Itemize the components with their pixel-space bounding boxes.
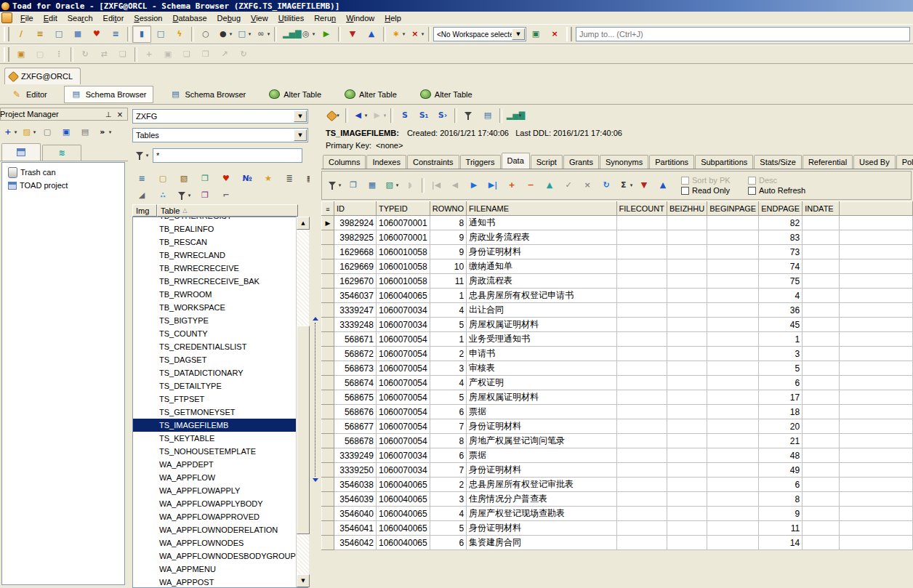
filter-funnel-button[interactable]: ▾	[132, 147, 151, 164]
window-tab-alter-table[interactable]: Alter Table	[262, 86, 328, 102]
export-jar-button[interactable]: ▲	[362, 25, 381, 43]
list-item[interactable]: WA_APPMENU	[133, 563, 307, 576]
table-row[interactable]: 354603810600400652忠县房屋所有权登记审批表6	[322, 478, 913, 492]
grid-cell[interactable]	[803, 289, 840, 303]
grid-cell[interactable]	[803, 259, 840, 274]
grid-cell[interactable]: 身份证明材料	[467, 419, 616, 434]
grid-cell[interactable]: 出让合同	[467, 303, 616, 318]
window-tab-schema-browser[interactable]: ▤Schema Browser	[64, 86, 153, 103]
execute-disabled-button[interactable]: ◗	[401, 177, 419, 194]
tree-item-trash-can[interactable]: Trash can	[2, 166, 124, 179]
list-item[interactable]: TS_DATADICTIONARY	[133, 366, 307, 379]
grid-cell[interactable]: 身份证明材料	[467, 521, 616, 536]
grid-cell[interactable]	[707, 361, 759, 376]
grid-cell[interactable]: 身份证明材料	[467, 245, 616, 259]
grid-cell[interactable]	[667, 318, 707, 332]
delete-workspace-button[interactable]: ×	[545, 25, 564, 43]
grid-cell[interactable]	[616, 507, 667, 521]
grid-cell[interactable]	[616, 259, 667, 274]
grid-cell[interactable]	[667, 405, 707, 419]
grid-cell[interactable]: 1	[759, 332, 803, 347]
list-item[interactable]: TS_BIGTYPE	[133, 314, 307, 327]
mini-scroll-up-icon[interactable]	[313, 317, 318, 321]
list-item[interactable]: TS_DETAILTYPE	[133, 379, 307, 392]
grid-cell[interactable]: 568677	[334, 419, 376, 434]
row-indicator-cell[interactable]	[322, 274, 334, 289]
grid-cell[interactable]	[803, 492, 840, 507]
drop-table-button[interactable]: ▧	[174, 170, 193, 188]
lightning-button[interactable]: ϟ	[170, 25, 189, 43]
grid-cell[interactable]: 2	[430, 478, 466, 492]
grid-cell[interactable]	[667, 434, 707, 448]
tab-referential[interactable]: Referential	[803, 155, 853, 169]
grid-cell[interactable]: 5	[430, 390, 466, 405]
grid-cell[interactable]: 568676	[334, 405, 376, 419]
grid-cell[interactable]: 房屋权属证明材料	[467, 390, 616, 405]
window-copy-button[interactable]: □▾	[234, 25, 253, 43]
table-row[interactable]: 56867810600700548房地产权属登记询问笔录21	[322, 434, 913, 448]
grid-cell[interactable]	[667, 361, 707, 376]
compare-project-button[interactable]: ⇄	[94, 46, 113, 63]
row-indicator-cell[interactable]	[322, 376, 334, 390]
row-indicator-cell[interactable]	[322, 318, 334, 332]
refresh-grid-button[interactable]: ↻	[597, 177, 616, 194]
grid-cell[interactable]: 9	[759, 507, 803, 521]
checkbox-sort-by-pk[interactable]: Sort by PK	[681, 176, 745, 185]
list-item[interactable]: TB_RWRECRECEIVE_BAK	[133, 275, 307, 288]
filter-funnel-button[interactable]: ▾	[325, 177, 344, 194]
window-list-button[interactable]: ≡	[106, 25, 125, 43]
row-indicator-cell[interactable]	[322, 521, 334, 536]
tab-script[interactable]: Script	[531, 155, 563, 169]
grid-cell[interactable]: 74	[759, 259, 803, 274]
grid-cell[interactable]: 3546042	[334, 536, 376, 550]
grid-cell[interactable]: 1060040065	[376, 507, 430, 521]
describe-button[interactable]: ■	[68, 25, 87, 43]
row-indicator-cell[interactable]	[322, 463, 334, 478]
grid-cell[interactable]	[803, 303, 840, 318]
row-indicator-cell[interactable]	[322, 507, 334, 521]
grid-cell[interactable]: 3339250	[334, 463, 376, 478]
plsql-debug-button[interactable]: ◎▾	[298, 25, 317, 43]
mini-scroll-down-icon[interactable]	[313, 478, 318, 482]
checkbox-icon[interactable]	[681, 177, 689, 185]
next-record-button[interactable]: ▶	[464, 177, 483, 194]
end-connection-button[interactable]: ×▾	[407, 25, 426, 43]
edit-row-button[interactable]: ▲	[540, 177, 559, 194]
grid-cell[interactable]: 1629669	[334, 259, 376, 274]
grid-cell[interactable]: 73	[759, 245, 803, 259]
scrollbar-thumb[interactable]	[297, 326, 310, 534]
grid-cell[interactable]: 1060010058	[376, 245, 430, 259]
grid-cell[interactable]	[616, 492, 667, 507]
grid-cell[interactable]: 3546038	[334, 478, 376, 492]
grid-cell[interactable]	[803, 405, 840, 419]
grid-cell[interactable]: 4	[430, 376, 466, 390]
grid-cell[interactable]: 3546039	[334, 492, 376, 507]
grid-cell[interactable]: 3	[430, 361, 466, 376]
scroll-down-icon[interactable]: ▼	[297, 574, 310, 587]
grid-cell[interactable]: 9	[430, 230, 466, 245]
list-item[interactable]: WA_APPFLOWNODESBODYGROUP	[133, 549, 307, 563]
tab-columns[interactable]: Columns	[323, 155, 366, 169]
new-window-button[interactable]: □	[49, 25, 68, 43]
privileges-button[interactable]: ❐	[196, 187, 214, 204]
grid-cell[interactable]	[616, 521, 667, 536]
list-item[interactable]: TS_KEYTABLE	[133, 432, 307, 445]
grid-cell[interactable]: 1629670	[334, 274, 376, 289]
grid-cell[interactable]: 3	[430, 492, 466, 507]
row-indicator-cell[interactable]	[322, 434, 334, 448]
refresh-single-button[interactable]: S₁	[414, 107, 433, 124]
grid-cell[interactable]	[616, 390, 667, 405]
column-header-endpage[interactable]: ENDPAGE	[759, 202, 803, 216]
table-list-scrollbar[interactable]: ▲ ▼	[296, 217, 309, 587]
grid-cell[interactable]: 1060070054	[376, 347, 430, 361]
checkbox-icon[interactable]	[681, 187, 689, 195]
grid-cell[interactable]	[616, 318, 667, 332]
scroll-up-icon[interactable]: ▲	[297, 217, 310, 230]
grid-cell[interactable]: 6	[430, 536, 466, 550]
rebuild-hammer-button[interactable]: ⌐	[217, 187, 236, 204]
last-record-button[interactable]: ▶|	[483, 177, 502, 194]
row-indicator-cell[interactable]	[322, 478, 334, 492]
save-project-button[interactable]: ▣	[12, 46, 31, 63]
forward-button[interactable]: ▶▾	[369, 107, 388, 124]
list-item[interactable]: WA_APPFLOWAPPLY	[133, 484, 307, 497]
